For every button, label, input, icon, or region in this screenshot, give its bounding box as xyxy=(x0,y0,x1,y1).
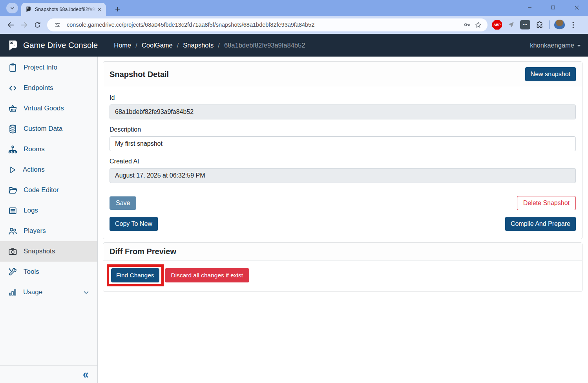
profile-avatar[interactable] xyxy=(554,20,565,30)
breadcrumb-separator: / xyxy=(177,42,179,49)
play-icon xyxy=(8,165,17,174)
sidebar-item-code-editor[interactable]: Code Editor xyxy=(0,180,97,200)
main-content: Snapshot Detail New snapshot Id Descript… xyxy=(98,57,588,383)
sidebar-item-label: Project Info xyxy=(24,64,57,71)
red-annotation-highlight: Find Changes xyxy=(107,264,164,286)
basket-icon xyxy=(8,104,18,114)
list-icon xyxy=(8,206,18,216)
description-label: Description xyxy=(110,126,576,133)
folder-icon xyxy=(8,185,18,195)
window-close-button[interactable] xyxy=(571,2,583,13)
sidebar-item-label: Rooms xyxy=(24,145,45,153)
sidebar-item-usage[interactable]: Usage xyxy=(0,282,97,302)
bar-chart-icon xyxy=(8,288,17,297)
user-name: khonkaengame xyxy=(530,42,574,49)
description-field[interactable] xyxy=(110,136,576,151)
breadcrumb-separator: / xyxy=(135,42,137,49)
maximize-icon xyxy=(550,5,556,10)
sidebar-item-snapshots[interactable]: Snapshots xyxy=(0,241,97,262)
sidebar-item-label: Actions xyxy=(23,166,45,174)
tab-close-icon[interactable] xyxy=(96,6,103,13)
window-minimize-button[interactable] xyxy=(524,2,535,13)
breadcrumb-separator: / xyxy=(218,42,220,49)
sidebar-item-endpoints[interactable]: Endpoints xyxy=(0,78,97,98)
sidebar-collapse-area: « xyxy=(0,365,97,383)
delete-snapshot-button[interactable]: Delete Snapshot xyxy=(517,196,576,210)
brand[interactable]: Game Drive Console xyxy=(7,39,98,51)
sidebar: Project Info Endpoints Virtual Goods Cus… xyxy=(0,57,98,383)
sidebar-item-players[interactable]: Players xyxy=(0,221,97,241)
sidebar-item-actions[interactable]: Actions xyxy=(0,159,97,180)
diff-from-preview-body: Find Changes Discard all changes if exis… xyxy=(103,261,582,291)
window-controls xyxy=(524,2,583,13)
browser-tab[interactable]: Snapshots 68a1bdebf82fe93a9f xyxy=(21,3,106,16)
sidebar-item-rooms[interactable]: Rooms xyxy=(0,139,97,159)
diff-from-preview-card: Diff From Preview Find Changes Discard a… xyxy=(103,242,583,292)
reload-button[interactable] xyxy=(31,18,44,31)
browser-menu-kebab-icon[interactable] xyxy=(569,20,577,30)
plus-icon xyxy=(115,6,121,12)
snapshot-detail-card: Snapshot Detail New snapshot Id Descript… xyxy=(103,61,583,239)
tab-search-button[interactable] xyxy=(6,3,18,13)
forward-button[interactable] xyxy=(17,18,31,31)
people-icon xyxy=(8,226,18,236)
created-at-field xyxy=(110,168,576,183)
back-arrow-icon xyxy=(7,21,15,29)
browser-toolbar: console.gamedrive.cc/projects/68a045fbde… xyxy=(0,16,588,34)
breadcrumb-snapshots[interactable]: Snapshots xyxy=(183,42,214,49)
extensions-puzzle-icon[interactable] xyxy=(534,20,544,30)
bookmark-star-icon[interactable] xyxy=(473,19,484,30)
sidebar-item-label: Usage xyxy=(23,288,42,296)
sidebar-item-label: Tools xyxy=(24,268,39,276)
database-icon xyxy=(8,124,18,134)
breadcrumb-home[interactable]: Home xyxy=(114,42,131,49)
id-label: Id xyxy=(110,94,576,101)
compile-and-prepare-button[interactable]: Compile And Prepare xyxy=(505,217,576,231)
url-bar[interactable]: console.gamedrive.cc/projects/68a045fbde… xyxy=(47,18,488,31)
sidebar-item-label: Logs xyxy=(24,207,38,214)
window-maximize-button[interactable] xyxy=(547,2,559,13)
paper-plane-extension-icon[interactable] xyxy=(506,20,516,30)
brand-title: Game Drive Console xyxy=(23,40,98,50)
favicon-gamedrive-icon xyxy=(25,6,32,13)
breadcrumb-current-id: 68a1bdebf82fe93a9fa84b52 xyxy=(224,42,305,49)
save-button[interactable]: Save xyxy=(110,196,136,210)
sidebar-item-virtual-goods[interactable]: Virtual Goods xyxy=(0,98,97,119)
breadcrumb: Home / CoolGame / Snapshots / 68a1bdebf8… xyxy=(114,42,305,49)
new-tab-button[interactable] xyxy=(112,4,122,14)
created-at-label: Created At xyxy=(110,158,576,165)
app-navbar: Game Drive Console Home / CoolGame / Sna… xyxy=(0,34,588,57)
find-changes-button[interactable]: Find Changes xyxy=(111,268,159,282)
sidebar-item-label: Custom Data xyxy=(24,125,62,133)
sidebar-item-label: Virtual Goods xyxy=(24,104,64,112)
sidebar-item-label: Code Editor xyxy=(24,186,59,194)
url-text[interactable]: console.gamedrive.cc/projects/68a045fbde… xyxy=(67,22,462,28)
sidebar-item-custom-data[interactable]: Custom Data xyxy=(0,119,97,139)
diff-from-preview-header: Diff From Preview xyxy=(103,243,582,261)
clipboard-icon xyxy=(8,63,18,73)
toolbar-divider xyxy=(549,20,550,29)
browser-tabstrip: Snapshots 68a1bdebf82fe93a9f xyxy=(0,0,588,16)
user-menu[interactable]: khonkaengame xyxy=(530,42,581,49)
copy-to-new-button[interactable]: Copy To New xyxy=(110,217,158,231)
sidebar-item-project-info[interactable]: Project Info xyxy=(0,57,97,78)
password-manager-extension-icon[interactable]: ••• xyxy=(520,20,530,29)
sidebar-item-logs[interactable]: Logs xyxy=(0,200,97,221)
site-settings-icon[interactable] xyxy=(52,19,63,30)
sidebar-item-label: Players xyxy=(24,227,46,235)
adblock-extension-icon[interactable]: ABP xyxy=(492,20,502,30)
chevron-down-icon xyxy=(83,289,89,296)
discard-all-changes-button[interactable]: Discard all changes if exist xyxy=(165,268,250,282)
sidebar-item-label: Endpoints xyxy=(24,84,53,92)
new-snapshot-button[interactable]: New snapshot xyxy=(525,67,576,81)
sidebar-item-tools[interactable]: Tools xyxy=(0,262,97,282)
caret-down-icon xyxy=(577,45,581,47)
diff-from-preview-title: Diff From Preview xyxy=(110,247,176,256)
breadcrumb-project[interactable]: CoolGame xyxy=(142,42,173,49)
camera-icon xyxy=(8,247,18,257)
collapse-sidebar-icon[interactable]: « xyxy=(83,368,89,380)
back-button[interactable] xyxy=(4,18,17,31)
password-key-icon[interactable] xyxy=(462,19,473,30)
sitemap-icon xyxy=(8,145,18,154)
forward-arrow-icon xyxy=(20,21,28,29)
